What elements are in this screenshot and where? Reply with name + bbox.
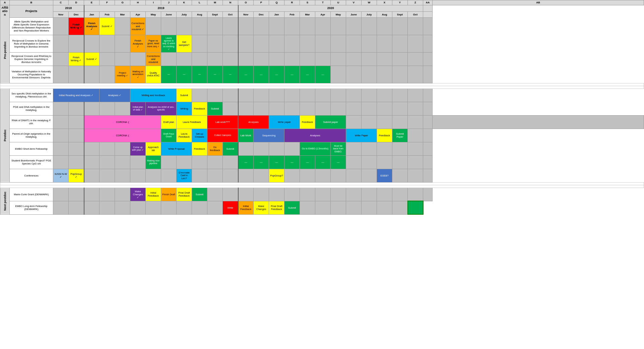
cell-var-nov2019[interactable]: —: [238, 66, 254, 83]
cell-embo-may2019[interactable]: Approach lab: [146, 142, 161, 155]
project-marie-curie: Marie-Curie Grant (DENMARK): [10, 188, 53, 201]
cell-var-aug2019[interactable]: —: [192, 66, 207, 83]
table-row: EMBO Short-term Fellowship Come up with …: [0, 142, 644, 155]
cell-var-july2019[interactable]: —: [177, 66, 192, 83]
col-d: D: [69, 0, 84, 5]
cell-sex-apr2019[interactable]: Writing and feedback: [130, 88, 177, 102]
cell-poo-dec2019[interactable]: Sequencing: [254, 129, 284, 142]
cell-var-sept2019[interactable]: —: [207, 66, 223, 83]
col-z: Z: [408, 0, 423, 5]
cell-embo-long-dec2019[interactable]: Make Changes: [254, 201, 269, 214]
cell-poo-sept2020[interactable]: Submit Paper: [392, 129, 408, 142]
cell-recip2-may2019[interactable]: Corrections and resubmit: [146, 52, 161, 66]
cell-rnai-apr2020[interactable]: Submit paper: [315, 115, 346, 129]
cell-pge-may2019[interactable]: Analyses inc ASM of sex-specific: [146, 102, 177, 115]
cell-var-dec2019[interactable]: —: [254, 66, 269, 83]
col-u: U: [331, 0, 346, 5]
cell-allele-july2019: [177, 17, 192, 35]
cell-allele-apr2019[interactable]: Corrections and resubmit ✓: [130, 17, 146, 35]
cell-pge-july2019[interactable]: Writing: [177, 102, 192, 115]
cell-var-mar2020[interactable]: —: [300, 66, 315, 83]
month-july-2019: July: [177, 12, 192, 18]
cell-stud-jan2020[interactable]: —: [269, 155, 284, 169]
cell-poo-corona[interactable]: CORONA :(: [84, 129, 161, 142]
cell-rnai-jan2020[interactable]: Write paper: [269, 115, 300, 129]
col-ab: AB: [433, 0, 644, 5]
cell-var-jan2019: [84, 66, 100, 83]
cell-poo-june2020[interactable]: Write Paper: [346, 129, 377, 142]
month-feb-2020: Feb: [284, 12, 300, 18]
cell-rnai-june2019[interactable]: Draft plan: [161, 115, 177, 129]
cell-embo-long-feb2020[interactable]: Submit: [284, 201, 300, 214]
cell-embo-mar2020[interactable]: Go to EMBO (1.5months): [300, 142, 331, 155]
cell-recip1-aug2019: [192, 35, 207, 52]
cell-poo-aug2020[interactable]: Feedback: [377, 129, 392, 142]
cell-pge-apr2019[interactable]: Initial plan of data ✓: [130, 102, 146, 115]
cell-conf-jan2020[interactable]: PopGroup?: [269, 169, 284, 182]
cell-conf-july2019[interactable]: Chromatin Conf in Leic?: [177, 169, 192, 182]
cell-allele-feb2019[interactable]: Submit ✓: [100, 17, 115, 35]
cell-rnai-mar2020[interactable]: Feedback: [300, 115, 315, 129]
cell-var-june2019[interactable]: —: [161, 66, 177, 83]
cell-pge-sept2019[interactable]: Submit: [207, 102, 223, 115]
cell-mc-aug2019[interactable]: Submit: [192, 188, 207, 201]
cell-embo-june2019[interactable]: Write Proposal: [161, 142, 192, 155]
cell-embo-long-nov2019[interactable]: Initial Feedback: [238, 201, 254, 214]
cell-stud-feb2020[interactable]: —: [284, 155, 300, 169]
cell-allele-jan2019[interactable]: Finish Analyses ✓: [84, 17, 100, 35]
cell-poo-july2019[interactable]: Laura Feedback: [177, 129, 192, 142]
cell-embo-may2020[interactable]: Must be back from EMBO.: [331, 142, 346, 155]
cell-embo-aug2019[interactable]: Feedback: [192, 142, 207, 155]
cell-rnai-nov2019[interactable]: Analyses: [238, 115, 269, 129]
cell-recip1-june2019[interactable]: Laura agreed to seq :O ahhh so exciting …: [161, 35, 177, 52]
cell-stud-may2019[interactable]: Making nice pipeline: [146, 155, 161, 169]
cell-rnai-corona[interactable]: CORONA :(: [84, 115, 161, 129]
cell-mc-july2019[interactable]: Final Draft Feedback: [177, 188, 192, 201]
cell-conf-aug2020[interactable]: ESEB?: [377, 169, 392, 182]
cell-conf-nov2018[interactable]: IUSSI N-W ✓: [53, 169, 69, 182]
cell-rnai-sept2019[interactable]: Lab work???: [207, 115, 238, 129]
cell-var-apr2019[interactable]: Waiting on annotation ✓: [130, 66, 146, 83]
cell-mc-june2019[interactable]: Finish Draft: [161, 188, 177, 201]
cell-rnai-july2019[interactable]: Laura Feedback: [177, 115, 207, 129]
spacer-row4: [0, 185, 644, 188]
cell-mc-apr2019[interactable]: Make Changes ✓: [130, 188, 146, 201]
cell-embo-oct2019[interactable]: Submit: [223, 142, 238, 155]
cell-recip1-may2019[interactable]: Paper no good, need more seq ✓: [146, 35, 161, 52]
cell-var-feb2020[interactable]: —: [284, 66, 300, 83]
cell-stud-may2020[interactable]: —: [331, 155, 346, 169]
month-may-2020: May: [331, 12, 346, 18]
cell-var-apr2020[interactable]: —: [315, 66, 331, 83]
project-student-bioinformatic: Student Bioinformatic Project? PGE Speci…: [10, 155, 53, 169]
cell-recip1-apr2019[interactable]: Finish Analyses ✓: [130, 35, 146, 52]
cell-stud-mar2020[interactable]: —: [300, 155, 315, 169]
cell-stud-apr2020[interactable]: —: [315, 155, 331, 169]
cell-poo-june2019[interactable]: Draft Faux Grant: [161, 129, 177, 142]
cell-poo-nov2019[interactable]: Lab Work: [238, 129, 254, 142]
col-c: C: [53, 0, 69, 5]
cell-embo-sept2019[interactable]: Do feedback: [207, 142, 223, 155]
cell-conf-dec2018[interactable]: PopGroup ✓: [69, 169, 84, 182]
cell-poo-aug2019[interactable]: Set-up Crosses: [192, 129, 207, 142]
cell-var-may2019[interactable]: Quality check ATAC: [146, 66, 161, 83]
cell-sex-feb2019[interactable]: Analyses ✓: [100, 88, 130, 102]
cell-sex-july2019[interactable]: Submit: [177, 88, 192, 102]
cell-pge-aug2019[interactable]: Feedback: [192, 102, 207, 115]
cell-embo-long-oct2019[interactable]: Write: [223, 201, 238, 214]
cell-var-mar2019[interactable]: Project meeting ✓: [115, 66, 130, 83]
cell-stud-nov2019[interactable]: —: [238, 155, 254, 169]
cell-sex-nov2018[interactable]: Initial Reading and Analyses ✓: [53, 88, 100, 102]
cell-embo-long-jan2020[interactable]: Final Draft Feedback: [269, 201, 284, 214]
cell-recip2-jan2019[interactable]: Submit ✓: [84, 52, 100, 66]
month-oct-2019: Oct: [223, 12, 238, 18]
cell-var-oct2019[interactable]: —: [223, 66, 238, 83]
cell-embo-apr2019[interactable]: Come up with plan ✓: [130, 142, 146, 155]
cell-recip2-dec2018[interactable]: Finish Writing ✓: [69, 52, 84, 66]
cell-poo-feb2020[interactable]: Analyses: [284, 129, 346, 142]
cell-recip1-july2019[interactable]: Get samples?: [177, 35, 192, 52]
cell-var-jan2020[interactable]: —: [269, 66, 284, 83]
cell-poo-sept2019[interactable]: Collect Samples: [207, 129, 238, 142]
cell-stud-dec2019[interactable]: —: [254, 155, 269, 169]
cell-allele-dec2018[interactable]: Finish Writing ✓: [69, 17, 84, 35]
cell-mc-may2019[interactable]: Initial Feedback: [146, 188, 161, 201]
